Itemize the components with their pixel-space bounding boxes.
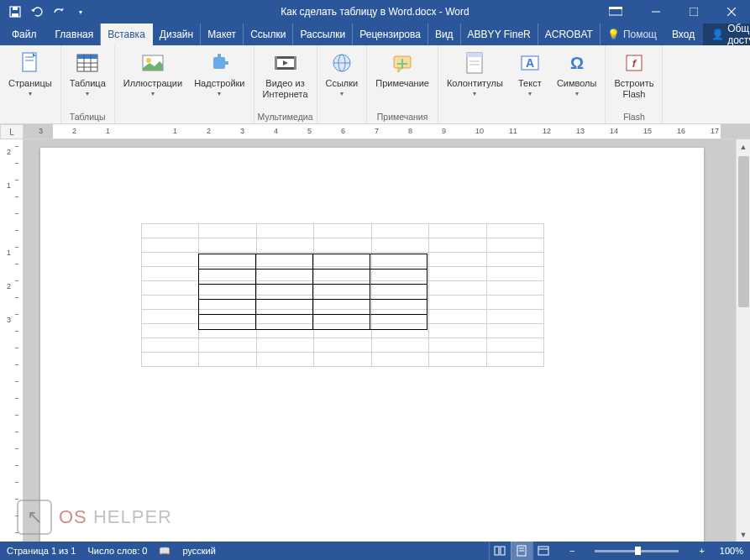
- chevron-down-icon: ▾: [86, 90, 89, 97]
- chevron-down-icon: ▾: [473, 90, 476, 97]
- quick-access-toolbar: ▾: [0, 2, 91, 22]
- tab-layout[interactable]: Макет: [201, 24, 244, 45]
- page-indicator[interactable]: Страница 1 из 1: [7, 546, 76, 556]
- vertical-ruler[interactable]: 21123: [0, 139, 24, 542]
- zoom-slider[interactable]: [595, 550, 679, 552]
- table-icon: [74, 50, 101, 76]
- print-layout-button[interactable]: [511, 542, 532, 560]
- scroll-down-button[interactable]: ▼: [737, 527, 750, 542]
- dark-table[interactable]: [198, 254, 427, 330]
- addins-icon: [206, 50, 233, 76]
- ribbon-group-flash: f Встроить Flash Flash: [606, 45, 663, 123]
- tab-view[interactable]: Вид: [428, 24, 461, 45]
- close-button[interactable]: [712, 0, 750, 24]
- tab-references[interactable]: Ссылки: [244, 24, 293, 45]
- symbols-button[interactable]: Ω Символы ▾: [552, 47, 602, 100]
- video-icon: [272, 50, 299, 76]
- svg-rect-22: [223, 61, 228, 65]
- word-count[interactable]: Число слов: 0: [87, 546, 147, 556]
- zoom-out-button[interactable]: −: [566, 546, 578, 556]
- illustrations-button[interactable]: Иллюстрации ▾: [118, 47, 187, 100]
- horizontal-ruler[interactable]: 3211234567891011121314151617: [24, 124, 750, 139]
- comment-icon: [389, 50, 416, 76]
- svg-rect-10: [25, 56, 34, 58]
- lightbulb-icon: 💡: [607, 29, 620, 40]
- spellcheck-icon[interactable]: 📖: [159, 546, 170, 557]
- tab-stop-selector[interactable]: L: [0, 124, 24, 139]
- tab-home[interactable]: Главная: [49, 24, 102, 45]
- svg-rect-34: [467, 53, 482, 57]
- document-page[interactable]: [40, 148, 704, 542]
- save-button[interactable]: [5, 2, 25, 22]
- header-footer-button[interactable]: Колонтитулы ▾: [442, 47, 508, 100]
- tab-acrobat[interactable]: ACROBAT: [538, 24, 601, 45]
- tab-mailings[interactable]: Рассылки: [293, 24, 353, 45]
- scroll-thumb[interactable]: [738, 156, 749, 307]
- svg-rect-43: [501, 547, 505, 555]
- ribbon-group-tables: Таблица ▾ Таблицы: [61, 45, 115, 123]
- ribbon-options-button[interactable]: [599, 0, 632, 24]
- svg-rect-25: [275, 56, 277, 70]
- comment-button[interactable]: Примечание: [370, 47, 434, 92]
- chevron-down-icon: ▾: [340, 90, 344, 97]
- addins-button[interactable]: Надстройки ▾: [189, 47, 249, 100]
- tab-abbyy[interactable]: ABBYY FineR: [461, 24, 538, 45]
- signin-button[interactable]: Вход: [663, 24, 703, 45]
- ribbon-group-illustrations: Иллюстрации ▾ Надстройки ▾: [115, 45, 254, 123]
- online-video-button[interactable]: Видео из Интернета: [258, 47, 313, 102]
- zoom-thumb[interactable]: [635, 547, 641, 555]
- maximize-button[interactable]: [674, 0, 712, 24]
- ribbon: Страницы ▾ Таблица ▾ Таблицы Иллюстрации…: [0, 45, 750, 124]
- tab-file[interactable]: Файл: [0, 24, 49, 45]
- table-button[interactable]: Таблица ▾: [65, 47, 111, 100]
- minimize-button[interactable]: [637, 0, 674, 24]
- chevron-down-icon: ▾: [218, 90, 221, 97]
- tab-review[interactable]: Рецензирова: [353, 24, 428, 45]
- ribbon-group-comments: Примечание Примечания: [367, 45, 438, 123]
- header-footer-icon: [461, 50, 488, 76]
- chevron-down-icon: ▾: [528, 90, 532, 97]
- tab-design[interactable]: Дизайн: [153, 24, 201, 45]
- ribbon-group-links: Ссылки ▾: [317, 45, 368, 123]
- svg-rect-20: [213, 57, 225, 69]
- svg-text:Ω: Ω: [570, 54, 584, 72]
- scroll-up-button[interactable]: ▲: [737, 139, 750, 154]
- pictures-icon: [139, 50, 166, 76]
- person-icon: 👤: [711, 29, 724, 40]
- read-mode-button[interactable]: [489, 542, 511, 560]
- svg-point-19: [146, 58, 151, 63]
- svg-rect-42: [495, 547, 499, 555]
- document-area: 21123 ▲ ▼: [0, 139, 750, 542]
- redo-button[interactable]: [49, 2, 69, 22]
- symbol-icon: Ω: [564, 50, 590, 76]
- text-button[interactable]: A Текст ▾: [510, 47, 550, 100]
- title-bar: ▾ Как сделать таблицу в Word.docx - Word: [0, 0, 750, 24]
- svg-rect-11: [25, 60, 34, 61]
- link-icon: [328, 50, 355, 76]
- share-button[interactable]: 👤Общий доступ: [703, 24, 750, 45]
- textbox-icon: A: [517, 50, 543, 76]
- qat-customize-button[interactable]: ▾: [71, 2, 91, 22]
- window-title: Как сделать таблицу в Word.docx - Word: [281, 6, 469, 18]
- pages-button[interactable]: Страницы ▾: [3, 47, 57, 100]
- links-button[interactable]: Ссылки ▾: [321, 47, 364, 100]
- svg-text:A: A: [526, 56, 534, 70]
- web-layout-button[interactable]: [532, 542, 554, 560]
- tab-insert[interactable]: Вставка: [101, 24, 153, 45]
- language-indicator[interactable]: русский: [182, 546, 215, 556]
- tell-me-search[interactable]: 💡Помощ: [601, 24, 663, 45]
- document-scroll-area[interactable]: [24, 139, 736, 542]
- zoom-in-button[interactable]: +: [695, 546, 707, 556]
- zoom-level[interactable]: 100%: [720, 546, 743, 556]
- svg-rect-6: [690, 8, 698, 16]
- flash-icon: f: [621, 50, 648, 76]
- svg-rect-1: [12, 13, 18, 17]
- chevron-down-icon: ▾: [575, 90, 579, 97]
- ribbon-tabs: Файл Главная Вставка Дизайн Макет Ссылки…: [0, 24, 750, 45]
- vertical-scrollbar[interactable]: ▲ ▼: [736, 139, 750, 542]
- ribbon-group-pages: Страницы ▾: [0, 45, 61, 123]
- chevron-down-icon: ▾: [29, 90, 32, 97]
- embed-flash-button[interactable]: f Встроить Flash: [609, 47, 658, 102]
- pages-icon: [17, 50, 44, 76]
- undo-button[interactable]: [27, 2, 47, 22]
